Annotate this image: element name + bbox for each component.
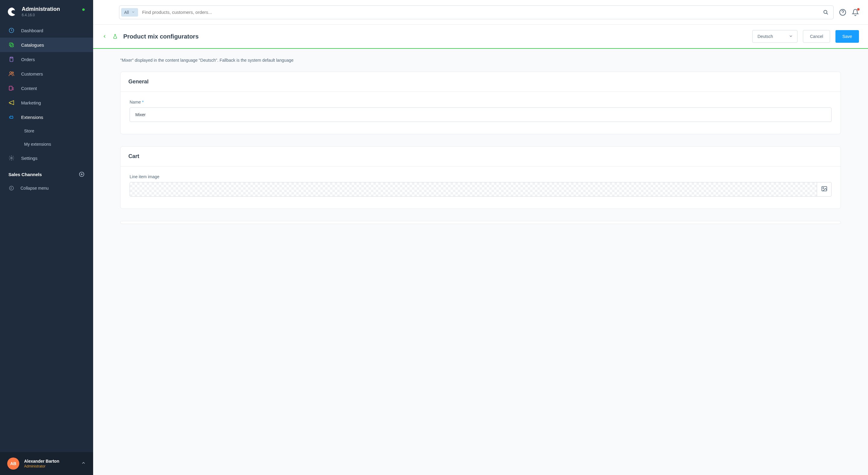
sidebar-item-extensions[interactable]: Extensions bbox=[0, 110, 93, 124]
sidebar-item-label: Content bbox=[21, 86, 37, 91]
language-info: "Mixer" displayed in the content languag… bbox=[120, 58, 841, 63]
help-icon[interactable] bbox=[839, 9, 846, 16]
sidebar-item-orders[interactable]: Orders bbox=[0, 52, 93, 67]
dashboard-icon bbox=[8, 27, 14, 33]
collapse-icon bbox=[8, 185, 14, 191]
svg-point-20 bbox=[824, 10, 827, 13]
search-bar: All bbox=[119, 5, 834, 19]
sidebar-item-settings[interactable]: Settings bbox=[0, 151, 93, 165]
svg-point-19 bbox=[9, 186, 13, 190]
marketing-icon bbox=[8, 100, 14, 106]
bell-icon[interactable] bbox=[852, 9, 859, 16]
svg-point-4 bbox=[10, 72, 12, 74]
sidebar-sub-label: My extensions bbox=[24, 142, 51, 146]
sidebar-item-label: Customers bbox=[21, 71, 43, 76]
name-input[interactable] bbox=[130, 107, 832, 122]
svg-rect-10 bbox=[10, 116, 13, 118]
svg-point-25 bbox=[823, 188, 824, 189]
sidebar: Administration 6.4.16.0 Dashboard Catalo… bbox=[0, 0, 93, 475]
cart-title: Cart bbox=[121, 146, 841, 166]
svg-rect-3 bbox=[10, 57, 13, 62]
sidebar-item-marketing[interactable]: Marketing bbox=[0, 95, 93, 110]
search-input[interactable] bbox=[138, 10, 823, 15]
brand-title: Administration bbox=[22, 6, 60, 12]
search-scope-select[interactable]: All bbox=[121, 8, 138, 16]
cancel-button[interactable]: Cancel bbox=[803, 30, 830, 43]
sidebar-item-dashboard[interactable]: Dashboard bbox=[0, 23, 93, 38]
sidebar-item-label: Dashboard bbox=[21, 28, 43, 33]
save-button[interactable]: Save bbox=[835, 30, 859, 43]
required-mark: * bbox=[142, 100, 144, 104]
main: All bbox=[93, 0, 868, 475]
sidebar-item-catalogues[interactable]: Catalogues bbox=[0, 38, 93, 52]
svg-point-15 bbox=[11, 158, 12, 159]
catalogues-icon bbox=[8, 42, 14, 48]
logo-icon bbox=[7, 7, 17, 16]
svg-rect-2 bbox=[10, 44, 13, 47]
media-browse-button[interactable] bbox=[817, 182, 831, 196]
user-role: Administrator bbox=[24, 464, 76, 468]
chevron-down-icon bbox=[131, 10, 135, 15]
svg-point-5 bbox=[12, 72, 13, 73]
search-scope-label: All bbox=[124, 10, 129, 15]
collapse-menu[interactable]: Collapse menu bbox=[0, 181, 93, 195]
customers-icon bbox=[8, 71, 14, 77]
sidebar-item-label: Catalogues bbox=[21, 42, 44, 47]
line-item-image-label: Line item image bbox=[130, 174, 832, 179]
sidebar-sub-store[interactable]: Store bbox=[0, 124, 93, 138]
search-icon[interactable] bbox=[823, 10, 829, 15]
plus-circle-icon[interactable] bbox=[79, 171, 85, 177]
user-name: Alexander Barton bbox=[24, 459, 76, 464]
avatar: AB bbox=[7, 457, 19, 470]
sidebar-item-content[interactable]: Content bbox=[0, 81, 93, 95]
media-field bbox=[130, 182, 832, 197]
brand-version: 6.4.16.0 bbox=[22, 13, 60, 17]
extensions-icon bbox=[8, 114, 14, 120]
cart-card: Cart Line item image bbox=[120, 146, 841, 209]
flask-icon bbox=[113, 34, 118, 39]
next-card-peek bbox=[120, 221, 841, 224]
sidebar-item-label: Settings bbox=[21, 156, 37, 161]
page-header: Product mix configurators Deutsch Cancel… bbox=[93, 25, 868, 49]
sidebar-item-label: Orders bbox=[21, 57, 35, 62]
image-icon bbox=[821, 185, 828, 193]
section-title: Sales Channels bbox=[8, 172, 42, 177]
user-footer[interactable]: AB Alexander Barton Administrator bbox=[0, 452, 93, 475]
general-card: General Name * bbox=[120, 72, 841, 134]
svg-rect-6 bbox=[9, 86, 12, 90]
settings-icon bbox=[8, 155, 14, 161]
general-title: General bbox=[121, 72, 841, 92]
media-preview-empty[interactable] bbox=[130, 182, 817, 196]
name-label: Name * bbox=[130, 100, 832, 104]
language-select[interactable]: Deutsch bbox=[752, 30, 798, 43]
status-dot-icon bbox=[82, 8, 85, 11]
topbar: All bbox=[93, 0, 868, 25]
sidebar-sub-label: Store bbox=[24, 129, 34, 133]
page-title: Product mix configurators bbox=[123, 33, 747, 40]
sidebar-item-customers[interactable]: Customers bbox=[0, 67, 93, 81]
notification-dot-icon bbox=[857, 8, 860, 10]
language-value: Deutsch bbox=[757, 34, 773, 39]
orders-icon bbox=[8, 56, 14, 62]
chevron-down-icon bbox=[789, 34, 793, 39]
sidebar-item-label: Marketing bbox=[21, 100, 41, 105]
back-icon[interactable] bbox=[102, 34, 107, 39]
nav: Dashboard Catalogues Orders Customers bbox=[0, 23, 93, 452]
content-icon bbox=[8, 85, 14, 91]
chevron-up-icon bbox=[81, 461, 86, 467]
sidebar-header: Administration 6.4.16.0 bbox=[0, 0, 93, 23]
svg-rect-1 bbox=[9, 43, 12, 46]
collapse-label: Collapse menu bbox=[21, 186, 49, 191]
sales-channels-header: Sales Channels bbox=[0, 165, 93, 181]
sidebar-item-label: Extensions bbox=[21, 115, 43, 120]
content: "Mixer" displayed in the content languag… bbox=[93, 49, 868, 475]
sidebar-sub-my-extensions[interactable]: My extensions bbox=[0, 138, 93, 151]
svg-line-21 bbox=[827, 13, 828, 14]
